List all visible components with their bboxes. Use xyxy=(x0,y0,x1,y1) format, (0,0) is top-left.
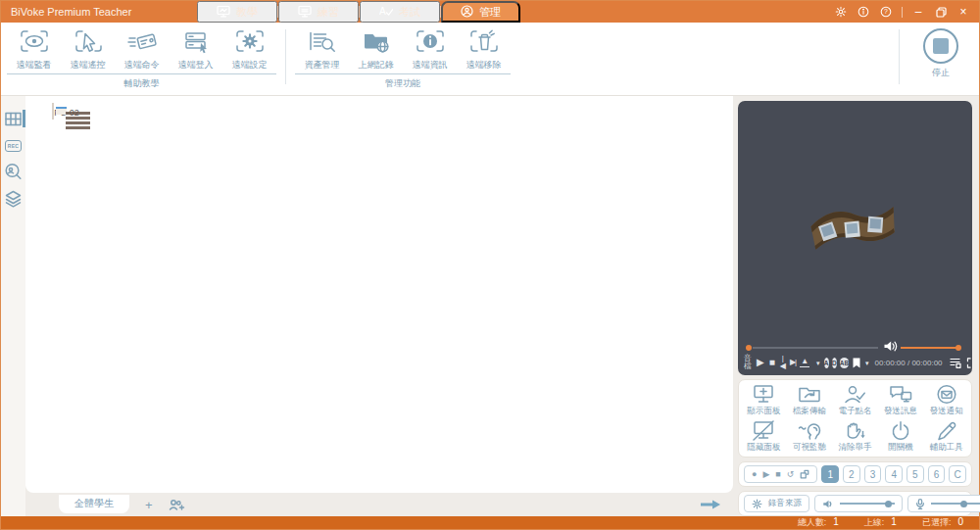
listen-button[interactable]: 可視監聽 xyxy=(787,418,833,455)
minimize-button[interactable]: – xyxy=(911,5,925,19)
marker-a-button[interactable]: A xyxy=(824,358,829,368)
record-button[interactable]: ● xyxy=(752,470,757,479)
seek-thumb[interactable] xyxy=(746,345,752,351)
audio-file-button[interactable]: 音檔 xyxy=(743,355,753,370)
window-controls: ? – × xyxy=(834,1,979,23)
hide-panel-button[interactable]: 隱藏面板 xyxy=(741,418,787,455)
info-icon[interactable] xyxy=(857,5,870,19)
thumbnail-view-button[interactable] xyxy=(3,109,24,129)
speaker-icon xyxy=(822,499,834,509)
tab-teaching[interactable]: 教學 xyxy=(197,1,277,23)
student-canvas: PC-02 xyxy=(25,96,733,493)
titlebar: BiVoke Premium Teacher 教學 練習 A 考試 管理 xyxy=(1,1,979,23)
manage-icon xyxy=(461,5,473,20)
monitor-zoom-button[interactable] xyxy=(3,162,24,182)
asset-management-button[interactable]: 資產管理 xyxy=(295,25,349,72)
transport-stop-button[interactable]: ■ xyxy=(775,470,780,479)
volume-thumb[interactable] xyxy=(956,345,961,351)
roll-call-button[interactable]: 電子點名 xyxy=(832,382,878,418)
remote-info-button[interactable]: 遠端資訊 xyxy=(403,25,457,72)
power-icon xyxy=(888,420,913,441)
statusbar: 總人數:1 上線:1 已選擇:0 xyxy=(1,516,979,529)
export-window-button[interactable] xyxy=(800,469,809,479)
close-button[interactable]: × xyxy=(956,5,970,19)
server-login-icon xyxy=(181,28,211,57)
playlist-icon xyxy=(950,358,961,368)
channel-3-button[interactable]: 3 xyxy=(864,465,882,483)
tab-management[interactable]: 管理 xyxy=(441,1,520,23)
group-tab-all-students[interactable]: 全體學生 xyxy=(59,495,129,513)
ab-loop-button[interactable]: AB xyxy=(840,358,849,368)
remote-login-button[interactable]: 遠端登入 xyxy=(169,25,222,72)
power-button[interactable]: 開關機 xyxy=(878,418,924,455)
monitor-slash-icon xyxy=(751,420,776,441)
volume-icon[interactable] xyxy=(883,340,898,356)
player-controls: 音檔 ▶ ■ |◀ ▶| ▲ ▾ A D AB ▾ 00:00:00 / 00:… xyxy=(743,355,967,370)
tab-practice[interactable]: 練習 xyxy=(278,1,359,23)
remote-settings-button[interactable]: 遠端設定 xyxy=(222,25,276,72)
transport-play-button[interactable]: ▶ xyxy=(762,470,769,479)
bookmark-button[interactable] xyxy=(852,358,861,368)
stop-playback-button[interactable]: ■ xyxy=(768,358,776,367)
add-tab-button[interactable]: + xyxy=(145,498,153,512)
recording-source-button[interactable]: 錄音來源 xyxy=(744,495,809,512)
fullscreen-button[interactable] xyxy=(965,358,972,368)
eye-icon xyxy=(20,28,49,57)
toolbar-separator xyxy=(899,29,900,84)
next-page-arrow[interactable] xyxy=(700,500,721,509)
remote-control-button[interactable]: 遠端遙控 xyxy=(61,25,115,72)
playlist-button[interactable] xyxy=(949,358,962,368)
add-group-button[interactable] xyxy=(169,499,185,511)
app-window: BiVoke Premium Teacher 教學 練習 A 考試 管理 xyxy=(0,0,980,530)
speaker-volume-slider[interactable] xyxy=(840,503,895,505)
aux-tools-button[interactable]: 輔助工具 xyxy=(923,418,969,455)
remote-remove-button[interactable]: 遠端移除 xyxy=(457,25,511,72)
bookmark-dropdown[interactable]: ▾ xyxy=(864,360,870,366)
audio-row: 錄音來源 xyxy=(738,491,972,516)
web-history-button[interactable]: 上網記錄 xyxy=(349,25,403,72)
record-view-button[interactable]: REC xyxy=(3,135,24,156)
channel-6-button[interactable]: 6 xyxy=(928,465,946,483)
toolbar-group-management: 資產管理 上網記錄 遠端資訊 遠端移除 管理功能 xyxy=(295,25,511,95)
layers-icon xyxy=(4,189,23,208)
main-area: REC PC-02 全體學生 + xyxy=(1,96,979,516)
channel-4-button[interactable]: 4 xyxy=(885,465,903,483)
channel-row: ● ▶ ■ ↺ 1 2 3 4 5 6 C xyxy=(738,461,972,487)
send-notify-button[interactable]: 發送通知 xyxy=(923,382,969,418)
group-caption: 輔助教學 xyxy=(7,73,276,90)
volume-track[interactable] xyxy=(901,347,959,349)
play-button[interactable]: ▶ xyxy=(756,358,765,367)
tab-exam[interactable]: A 考試 xyxy=(360,1,440,23)
toolbar-separator xyxy=(285,29,286,84)
student-tile[interactable]: PC-02 xyxy=(37,104,94,119)
skip-end-button[interactable]: ▶| xyxy=(789,359,797,366)
eject-dropdown[interactable]: ▾ xyxy=(815,360,821,366)
eject-button[interactable]: ▲ xyxy=(800,358,809,367)
channel-clear-button[interactable]: C xyxy=(949,465,966,483)
show-panel-button[interactable]: 顯示面板 xyxy=(741,382,787,418)
remote-command-button[interactable]: 遠端命令 xyxy=(115,25,169,72)
toolbar-spacer xyxy=(511,25,890,95)
channel-1-button[interactable]: 1 xyxy=(821,465,839,483)
stop-button[interactable]: 停止 xyxy=(908,25,973,95)
skip-start-button[interactable]: |◀ xyxy=(779,355,786,370)
svg-text:?: ? xyxy=(884,8,888,15)
loop-button[interactable]: ↺ xyxy=(787,470,795,479)
channel-5-button[interactable]: 5 xyxy=(906,465,924,483)
marker-d-button[interactable]: D xyxy=(832,358,837,368)
mic-volume-group xyxy=(907,495,980,512)
status-selected: 已選擇:0 xyxy=(922,516,963,529)
remote-watch-button[interactable]: 遠端監看 xyxy=(7,25,61,72)
clear-hands-button[interactable]: 清除舉手 xyxy=(832,418,878,455)
trash-icon xyxy=(469,28,499,57)
help-icon[interactable]: ? xyxy=(879,5,893,19)
stop-icon xyxy=(923,28,958,64)
channel-2-button[interactable]: 2 xyxy=(843,465,860,483)
send-message-button[interactable]: 發送訊息 xyxy=(878,382,924,418)
layers-button[interactable] xyxy=(3,188,24,209)
restore-button[interactable] xyxy=(934,5,948,19)
mic-volume-slider[interactable] xyxy=(931,503,980,505)
settings-gear-icon[interactable] xyxy=(834,5,848,19)
seek-track[interactable] xyxy=(753,347,878,349)
file-transfer-button[interactable]: 檔案傳輸 xyxy=(787,382,833,418)
